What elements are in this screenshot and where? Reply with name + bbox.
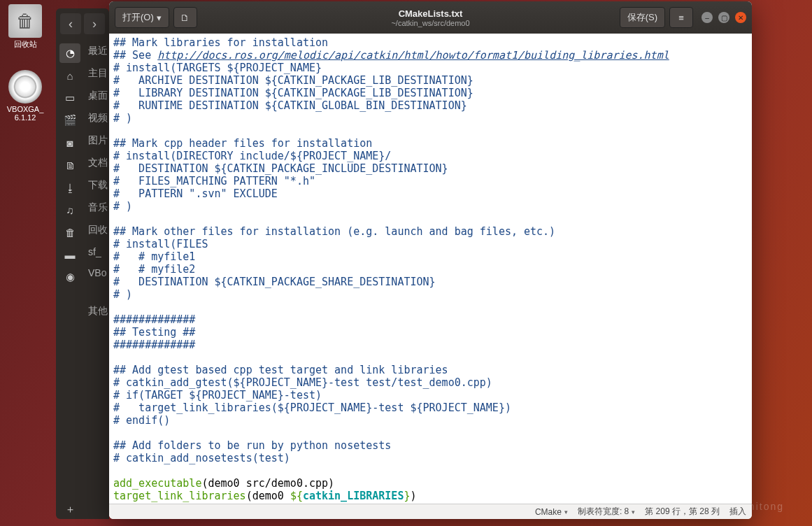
sidebar-documents[interactable]: 🗎 [59, 155, 80, 175]
place-label[interactable]: 视频 [88, 112, 108, 125]
minimize-button[interactable]: – [701, 12, 713, 23]
save-button[interactable]: 保存(S) [620, 7, 665, 28]
status-bar: CMake 制表符宽度: 8 第 209 行，第 28 列 插入 [109, 504, 752, 519]
place-label[interactable]: 主目 [88, 67, 108, 80]
sidebar-downloads[interactable]: ⭳ [59, 178, 80, 197]
window-subtitle: ~/catkin_ws/src/demo0 [391, 19, 469, 27]
gedit-headerbar: 打开(O) ▾ 🗋 CMakeLists.txt ~/catkin_ws/src… [109, 1, 752, 34]
sidebar-videos[interactable]: 🎬 [59, 111, 80, 130]
nautilus-places-labels: 最近 主目 桌面 视频 图片 文档 下载 音乐 回收 sf_ VBo 其他 [84, 39, 109, 519]
save-button-label: 保存(S) [627, 11, 657, 24]
window-title-block: CMakeLists.txt ~/catkin_ws/src/demo0 [391, 8, 469, 27]
place-label[interactable]: 桌面 [88, 90, 108, 102]
place-label[interactable]: 文档 [88, 157, 108, 169]
nav-forward-button[interactable]: › [84, 13, 105, 34]
sidebar-home[interactable]: ⌂ [59, 66, 80, 85]
nautilus-sidebar: ◔ ⌂ ▭ 🎬 ◙ 🗎 ⭳ ♫ 🗑 ▬ ◉ ＋ [56, 39, 84, 519]
desktop-icon-cd[interactable]: VBOXGA_ 6.1.12 [4, 70, 46, 122]
desktop-icon-trash[interactable]: 🗑 回收站 [4, 4, 46, 50]
nautilus-topbar: ‹ › [56, 8, 109, 39]
place-label[interactable]: sf_ [88, 246, 101, 257]
sidebar-recent[interactable]: ◔ [59, 43, 80, 63]
nav-back-button[interactable]: ‹ [60, 13, 81, 34]
desktop-icon-label: VBOXGA_ 6.1.12 [4, 105, 46, 122]
status-mode: 插入 [729, 506, 746, 518]
place-label[interactable]: 下载 [88, 179, 108, 192]
place-label[interactable]: 回收 [88, 224, 108, 236]
place-label[interactable]: 音乐 [88, 201, 108, 214]
trash-icon: 🗑 [8, 4, 42, 38]
sidebar-trash[interactable]: 🗑 [59, 222, 80, 242]
sidebar-pictures[interactable]: ◙ [59, 133, 80, 152]
maximize-button[interactable]: ▢ [718, 12, 729, 23]
desktop-icon-label: 回收站 [4, 39, 46, 50]
place-label[interactable]: 图片 [88, 134, 108, 147]
sidebar-disc[interactable]: ◉ [59, 267, 80, 287]
sidebar-other[interactable]: ＋ [59, 499, 80, 519]
sidebar-desktop[interactable]: ▭ [59, 88, 80, 108]
place-label[interactable]: 最近 [88, 45, 108, 57]
close-button[interactable]: ✕ [735, 12, 746, 23]
status-cursor: 第 209 行，第 28 列 [645, 506, 720, 518]
cd-icon [8, 70, 42, 104]
status-language[interactable]: CMake [535, 507, 568, 517]
sidebar-music[interactable]: ♫ [59, 200, 80, 220]
place-label[interactable]: 其他 [88, 305, 108, 318]
sidebar-drive[interactable]: ▬ [59, 245, 80, 264]
window-title: CMakeLists.txt [391, 8, 469, 19]
status-tabwidth[interactable]: 制表符宽度: 8 [578, 506, 635, 518]
gedit-window: 打开(O) ▾ 🗋 CMakeLists.txt ~/catkin_ws/src… [109, 1, 752, 519]
open-button-label: 打开(O) [122, 11, 154, 24]
new-tab-button[interactable]: 🗋 [173, 7, 197, 28]
window-controls: – ▢ ✕ [701, 12, 746, 23]
place-label[interactable]: VBo [88, 267, 106, 278]
open-button[interactable]: 打开(O) ▾ [115, 7, 169, 28]
menu-button[interactable]: ≡ [669, 7, 693, 28]
editor-area[interactable]: ## Mark libraries for installation ## Se… [109, 34, 752, 504]
